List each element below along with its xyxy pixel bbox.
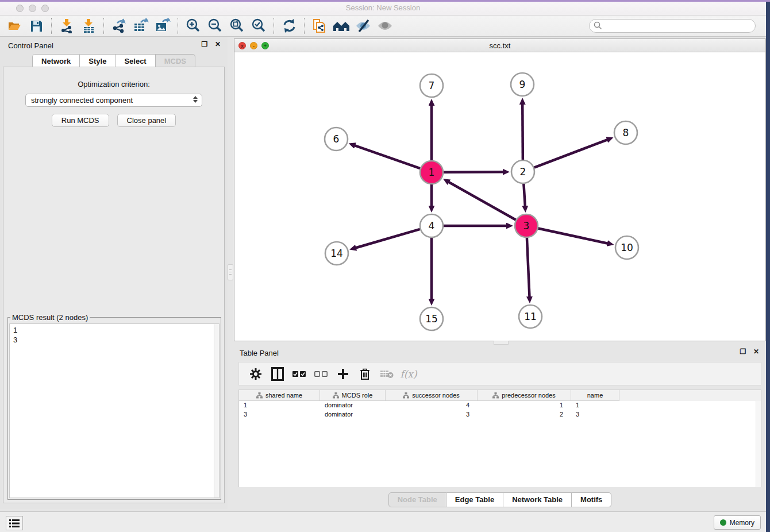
panel-splitter-handle[interactable] [228, 264, 233, 280]
zoom-in-icon[interactable] [182, 17, 204, 35]
delete-column-icon[interactable] [355, 365, 375, 383]
save-session-icon[interactable] [25, 17, 47, 35]
node-label-11: 11 [524, 311, 537, 322]
clone-network-icon[interactable] [309, 17, 330, 35]
edge-3-11[interactable] [527, 238, 530, 297]
close-table-panel-icon[interactable]: ✕ [752, 348, 760, 356]
float-panel-icon[interactable]: ❐ [201, 40, 209, 48]
task-history-button[interactable] [6, 516, 23, 530]
main-content: Control Panel ❐ ✕ NetworkStyleSelectMCDS… [0, 37, 766, 511]
export-table-icon[interactable] [130, 17, 152, 35]
cell-predecessor-nodes[interactable]: 1 [478, 401, 571, 410]
main-toolbar [0, 16, 766, 37]
tab-motifs[interactable]: Motifs [572, 492, 611, 507]
column-label: successor nodes [412, 392, 460, 399]
search-input[interactable] [589, 19, 756, 33]
select-stepper-icon [193, 96, 198, 103]
edge-2-8[interactable] [534, 140, 608, 167]
memory-status-icon [720, 519, 726, 526]
table-options-icon[interactable] [246, 365, 265, 383]
node-label-6: 6 [333, 133, 340, 145]
deselect-all-checkbox-icon[interactable] [311, 365, 331, 383]
tab-edge-table[interactable]: Edge Table [446, 492, 503, 507]
cell-successor-nodes[interactable]: 4 [386, 401, 478, 410]
close-panel-button[interactable]: Close panel [117, 114, 176, 127]
function-builder-icon[interactable]: f(x) [399, 365, 418, 383]
column-header-name[interactable]: name [571, 390, 619, 401]
column-label: shared name [265, 392, 302, 399]
column-header-MCDS-role[interactable]: MCDS role [320, 390, 386, 401]
cell-name[interactable]: 1 [571, 401, 619, 410]
search-box [589, 19, 756, 33]
table-panel-title: Table Panel [240, 349, 279, 357]
cell-shared-name[interactable]: 3 [239, 410, 320, 419]
edge-4-14[interactable] [356, 229, 420, 248]
column-header-shared-name[interactable]: shared name [239, 390, 320, 401]
column-label: name [587, 392, 603, 399]
column-label: MCDS role [342, 392, 373, 399]
run-mcds-button[interactable]: Run MCDS [52, 114, 109, 127]
node-label-14: 14 [330, 248, 343, 259]
close-panel-icon[interactable]: ✕ [214, 40, 222, 48]
refresh-view-icon[interactable] [278, 17, 300, 35]
node-label-15: 15 [425, 313, 438, 325]
toolbar-separator [103, 18, 104, 34]
add-column-icon[interactable] [333, 365, 353, 383]
memory-label: Memory [730, 519, 754, 527]
table-toolbar: f(x) [238, 362, 761, 385]
edge-1-2[interactable] [444, 172, 503, 172]
zoom-selected-icon[interactable] [248, 17, 270, 35]
tab-node-table[interactable]: Node Table [388, 492, 446, 507]
search-icon [594, 21, 602, 30]
first-neighbors-icon[interactable] [330, 17, 352, 35]
criterion-select[interactable]: strongly connected component [25, 94, 202, 107]
network-graph[interactable]: 7968124314101511 [234, 52, 765, 341]
delete-table-icon[interactable] [377, 365, 396, 383]
table-tabs: Node TableEdge TableNetwork TableMotifs [234, 492, 766, 507]
cell-MCDS-role[interactable]: dominator [320, 410, 386, 419]
table-panel-header: Table Panel ❐ ✕ [234, 344, 766, 361]
cell-predecessor-nodes[interactable]: 2 [478, 410, 571, 419]
mcds-result-list[interactable]: 13 [9, 323, 220, 498]
status-bar: Memory [0, 511, 766, 532]
edge-2-9[interactable] [522, 104, 523, 160]
show-all-icon[interactable] [374, 17, 396, 35]
network-canvas[interactable]: 7968124314101511 [234, 52, 765, 341]
network-window-title: scc.txt [234, 41, 765, 50]
edge-1-6[interactable] [355, 145, 420, 168]
app-window: Session: New Session [0, 1, 766, 532]
export-image-icon[interactable] [152, 17, 174, 35]
column-header-predecessor-nodes[interactable]: predecessor nodes [478, 390, 571, 401]
result-line: 3 [13, 335, 219, 345]
desktop: Session: New Session [0, 0, 770, 532]
result-scrollbar[interactable] [214, 324, 219, 498]
float-table-panel-icon[interactable]: ❐ [739, 348, 747, 356]
edge-3-10[interactable] [538, 228, 608, 243]
column-header-successor-nodes[interactable]: successor nodes [386, 390, 478, 401]
node-table: shared nameMCDS rolesuccessor nodesprede… [238, 390, 761, 487]
memory-button[interactable]: Memory [714, 515, 761, 530]
cell-MCDS-role[interactable]: dominator [320, 401, 386, 410]
zoom-out-icon[interactable] [204, 17, 226, 35]
open-session-icon[interactable] [3, 17, 25, 35]
zoom-fit-icon[interactable] [226, 17, 248, 35]
edge-2-3[interactable] [523, 184, 525, 206]
table-row[interactable]: 1dominator411 [239, 401, 761, 410]
table-scrollbar[interactable] [756, 401, 761, 487]
hide-selected-icon[interactable] [352, 17, 374, 35]
cell-shared-name[interactable]: 1 [239, 401, 320, 410]
edge-3-1[interactable] [449, 182, 516, 220]
node-label-2: 2 [520, 166, 526, 178]
table-row[interactable]: 3dominator323 [239, 410, 761, 419]
tab-network-table[interactable]: Network Table [503, 492, 572, 507]
cell-successor-nodes[interactable]: 3 [386, 410, 478, 419]
export-network-icon[interactable] [108, 17, 130, 35]
control-panel-header: Control Panel ❐ ✕ [0, 37, 228, 54]
cell-name[interactable]: 3 [571, 410, 619, 419]
import-table-icon[interactable] [78, 17, 99, 35]
node-label-8: 8 [623, 127, 629, 138]
show-columns-icon[interactable] [268, 365, 287, 383]
select-all-checkbox-icon[interactable] [290, 365, 309, 383]
mcds-result-group: MCDS result (2 nodes) 13 [7, 313, 221, 500]
import-network-icon[interactable] [56, 17, 78, 35]
